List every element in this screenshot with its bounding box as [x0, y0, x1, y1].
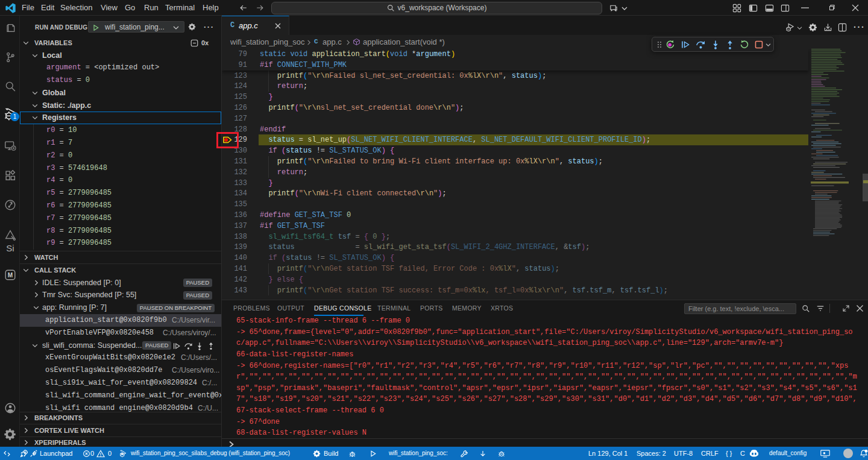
svg-text:M: M — [8, 272, 13, 279]
